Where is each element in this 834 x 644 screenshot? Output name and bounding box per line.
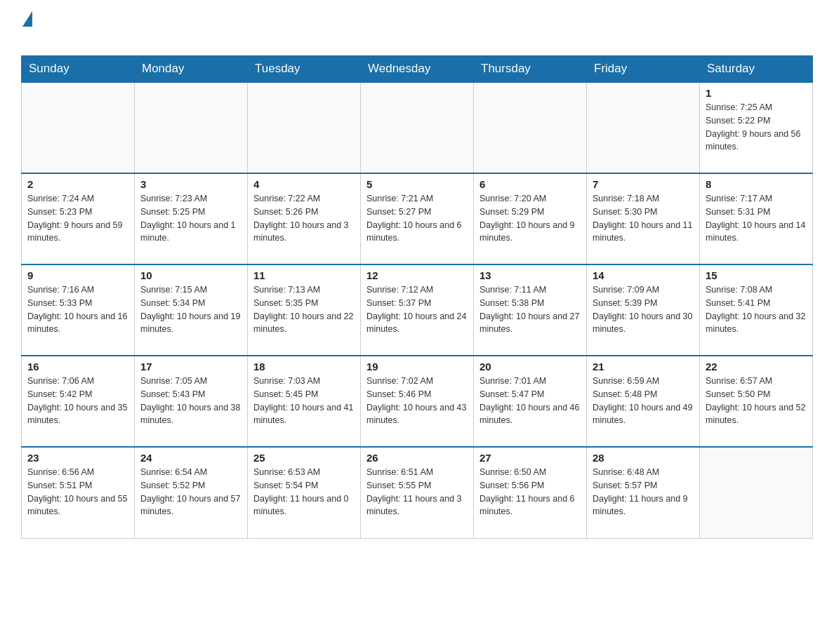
day-number: 9	[27, 269, 128, 281]
calendar-day-cell	[22, 82, 135, 173]
calendar-day-cell: 5Sunrise: 7:21 AM Sunset: 5:27 PM Daylig…	[361, 173, 474, 264]
day-info: Sunrise: 6:54 AM Sunset: 5:52 PM Dayligh…	[140, 466, 241, 518]
calendar-day-cell: 15Sunrise: 7:08 AM Sunset: 5:41 PM Dayli…	[700, 264, 813, 356]
day-number: 1	[706, 87, 807, 99]
calendar-day-cell: 23Sunrise: 6:56 AM Sunset: 5:51 PM Dayli…	[22, 447, 135, 538]
day-info: Sunrise: 7:20 AM Sunset: 5:29 PM Dayligh…	[479, 192, 581, 245]
day-of-week-header: Saturday	[700, 56, 813, 83]
day-info: Sunrise: 6:50 AM Sunset: 5:56 PM Dayligh…	[479, 466, 581, 518]
day-of-week-header: Friday	[587, 56, 700, 83]
day-info: Sunrise: 7:24 AM Sunset: 5:23 PM Dayligh…	[27, 192, 128, 245]
calendar-day-cell: 25Sunrise: 6:53 AM Sunset: 5:54 PM Dayli…	[248, 447, 361, 538]
calendar-week-row: 9Sunrise: 7:16 AM Sunset: 5:33 PM Daylig…	[22, 264, 813, 356]
calendar-day-cell: 17Sunrise: 7:05 AM Sunset: 5:43 PM Dayli…	[135, 356, 248, 447]
calendar-day-cell: 21Sunrise: 6:59 AM Sunset: 5:48 PM Dayli…	[587, 356, 700, 447]
calendar-day-cell: 24Sunrise: 6:54 AM Sunset: 5:52 PM Dayli…	[135, 447, 248, 538]
calendar-day-cell: 28Sunrise: 6:48 AM Sunset: 5:57 PM Dayli…	[587, 447, 700, 538]
calendar-day-cell: 2Sunrise: 7:24 AM Sunset: 5:23 PM Daylig…	[22, 173, 135, 264]
day-number: 20	[479, 361, 581, 373]
day-info: Sunrise: 7:18 AM Sunset: 5:30 PM Dayligh…	[593, 192, 694, 245]
calendar-day-cell: 16Sunrise: 7:06 AM Sunset: 5:42 PM Dayli…	[22, 356, 135, 447]
day-number: 18	[253, 361, 355, 373]
calendar-day-cell: 11Sunrise: 7:13 AM Sunset: 5:35 PM Dayli…	[248, 264, 361, 356]
calendar-day-cell	[474, 82, 587, 173]
day-number: 25	[253, 452, 355, 464]
calendar-week-row: 2Sunrise: 7:24 AM Sunset: 5:23 PM Daylig…	[22, 173, 813, 264]
calendar-day-cell: 18Sunrise: 7:03 AM Sunset: 5:45 PM Dayli…	[248, 356, 361, 447]
day-info: Sunrise: 7:12 AM Sunset: 5:37 PM Dayligh…	[366, 283, 468, 336]
day-info: Sunrise: 7:02 AM Sunset: 5:46 PM Dayligh…	[366, 375, 468, 427]
day-number: 21	[593, 361, 694, 373]
day-number: 23	[27, 452, 128, 464]
calendar-day-cell: 26Sunrise: 6:51 AM Sunset: 5:55 PM Dayli…	[361, 447, 474, 538]
day-info: Sunrise: 7:25 AM Sunset: 5:22 PM Dayligh…	[706, 101, 807, 154]
day-number: 26	[366, 452, 468, 464]
calendar-day-cell: 10Sunrise: 7:15 AM Sunset: 5:34 PM Dayli…	[135, 264, 248, 356]
day-number: 13	[479, 269, 581, 281]
calendar-week-row: 16Sunrise: 7:06 AM Sunset: 5:42 PM Dayli…	[22, 356, 813, 447]
day-info: Sunrise: 6:56 AM Sunset: 5:51 PM Dayligh…	[27, 466, 128, 518]
day-info: Sunrise: 7:08 AM Sunset: 5:41 PM Dayligh…	[706, 283, 807, 336]
day-info: Sunrise: 7:03 AM Sunset: 5:45 PM Dayligh…	[253, 375, 355, 427]
calendar-day-cell: 20Sunrise: 7:01 AM Sunset: 5:47 PM Dayli…	[474, 356, 587, 447]
day-number: 15	[706, 269, 807, 281]
calendar-day-cell: 27Sunrise: 6:50 AM Sunset: 5:56 PM Dayli…	[474, 447, 587, 538]
day-number: 24	[140, 452, 241, 464]
day-info: Sunrise: 7:05 AM Sunset: 5:43 PM Dayligh…	[140, 375, 241, 427]
day-info: Sunrise: 7:16 AM Sunset: 5:33 PM Dayligh…	[27, 283, 128, 336]
day-number: 7	[593, 178, 694, 190]
calendar-day-cell: 14Sunrise: 7:09 AM Sunset: 5:39 PM Dayli…	[587, 264, 700, 356]
day-number: 11	[253, 269, 355, 281]
day-info: Sunrise: 7:17 AM Sunset: 5:31 PM Dayligh…	[706, 192, 807, 245]
day-info: Sunrise: 6:51 AM Sunset: 5:55 PM Dayligh…	[366, 466, 468, 518]
day-number: 14	[593, 269, 694, 281]
day-info: Sunrise: 6:48 AM Sunset: 5:57 PM Dayligh…	[593, 466, 694, 518]
day-of-week-header: Thursday	[474, 56, 587, 83]
day-number: 8	[706, 178, 807, 190]
day-number: 19	[366, 361, 468, 373]
day-number: 17	[140, 361, 241, 373]
calendar-day-cell	[361, 82, 474, 173]
day-number: 5	[366, 178, 468, 190]
logo	[21, 14, 32, 48]
calendar-day-cell: 8Sunrise: 7:17 AM Sunset: 5:31 PM Daylig…	[700, 173, 813, 264]
calendar-day-cell	[248, 82, 361, 173]
day-of-week-header: Monday	[135, 56, 248, 83]
calendar-week-row: 1Sunrise: 7:25 AM Sunset: 5:22 PM Daylig…	[22, 82, 813, 173]
day-info: Sunrise: 7:15 AM Sunset: 5:34 PM Dayligh…	[140, 283, 241, 336]
calendar-day-cell: 3Sunrise: 7:23 AM Sunset: 5:25 PM Daylig…	[135, 173, 248, 264]
calendar-day-cell: 22Sunrise: 6:57 AM Sunset: 5:50 PM Dayli…	[700, 356, 813, 447]
page-header	[21, 14, 813, 48]
day-number: 6	[479, 178, 581, 190]
day-info: Sunrise: 7:11 AM Sunset: 5:38 PM Dayligh…	[479, 283, 581, 336]
calendar-day-cell	[700, 447, 813, 538]
day-number: 28	[593, 452, 694, 464]
day-of-week-header: Sunday	[22, 56, 135, 83]
calendar-day-cell: 13Sunrise: 7:11 AM Sunset: 5:38 PM Dayli…	[474, 264, 587, 356]
day-number: 3	[140, 178, 241, 190]
calendar-header-row: SundayMondayTuesdayWednesdayThursdayFrid…	[22, 56, 813, 83]
logo-triangle-icon	[22, 11, 32, 27]
calendar-day-cell: 12Sunrise: 7:12 AM Sunset: 5:37 PM Dayli…	[361, 264, 474, 356]
day-number: 10	[140, 269, 241, 281]
calendar-day-cell: 1Sunrise: 7:25 AM Sunset: 5:22 PM Daylig…	[700, 82, 813, 173]
day-info: Sunrise: 7:06 AM Sunset: 5:42 PM Dayligh…	[27, 375, 128, 427]
calendar-week-row: 23Sunrise: 6:56 AM Sunset: 5:51 PM Dayli…	[22, 447, 813, 538]
day-info: Sunrise: 7:21 AM Sunset: 5:27 PM Dayligh…	[366, 192, 468, 245]
day-info: Sunrise: 7:01 AM Sunset: 5:47 PM Dayligh…	[479, 375, 581, 427]
day-info: Sunrise: 7:13 AM Sunset: 5:35 PM Dayligh…	[253, 283, 355, 336]
calendar-day-cell	[587, 82, 700, 173]
day-number: 2	[27, 178, 128, 190]
calendar-day-cell: 4Sunrise: 7:22 AM Sunset: 5:26 PM Daylig…	[248, 173, 361, 264]
calendar-day-cell: 6Sunrise: 7:20 AM Sunset: 5:29 PM Daylig…	[474, 173, 587, 264]
calendar-table: SundayMondayTuesdayWednesdayThursdayFrid…	[21, 55, 813, 539]
day-info: Sunrise: 7:23 AM Sunset: 5:25 PM Dayligh…	[140, 192, 241, 245]
day-of-week-header: Tuesday	[248, 56, 361, 83]
day-of-week-header: Wednesday	[361, 56, 474, 83]
day-number: 22	[706, 361, 807, 373]
day-info: Sunrise: 6:57 AM Sunset: 5:50 PM Dayligh…	[706, 375, 807, 427]
calendar-day-cell: 7Sunrise: 7:18 AM Sunset: 5:30 PM Daylig…	[587, 173, 700, 264]
day-info: Sunrise: 6:53 AM Sunset: 5:54 PM Dayligh…	[253, 466, 355, 518]
day-info: Sunrise: 7:22 AM Sunset: 5:26 PM Dayligh…	[253, 192, 355, 245]
day-number: 12	[366, 269, 468, 281]
